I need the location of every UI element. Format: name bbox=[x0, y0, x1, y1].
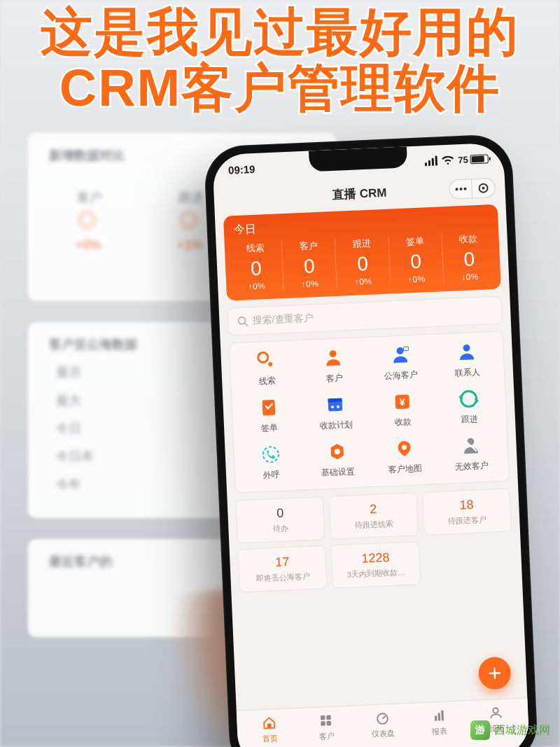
summary-cell-delta: ↑0% bbox=[337, 276, 390, 288]
app-item-label: 客户 bbox=[326, 372, 343, 385]
search-icon bbox=[237, 315, 248, 327]
settings-icon bbox=[326, 440, 348, 462]
miniapp-menu-button[interactable] bbox=[449, 179, 472, 198]
fab-add-button[interactable] bbox=[478, 657, 512, 690]
app-title: 直播 CRM bbox=[332, 184, 386, 202]
app-grid: 线索客户公海客户联系人签单收款计划¥收款跟进外呼基础设置客户地图无效客户 bbox=[229, 331, 510, 494]
todo-card[interactable]: 18待跟进客户 bbox=[422, 488, 512, 535]
app-item-follow[interactable]: 跟进 bbox=[435, 387, 504, 427]
svg-point-5 bbox=[396, 347, 403, 354]
svg-rect-25 bbox=[326, 715, 331, 720]
search-input[interactable]: 搜索/查重客户 bbox=[227, 296, 503, 336]
app-item-label: 签单 bbox=[261, 422, 279, 435]
app-item-invalid[interactable]: 无效客户 bbox=[437, 434, 505, 474]
tab-report[interactable]: 报表 bbox=[410, 706, 468, 744]
summary-cell-label: 签单 bbox=[388, 234, 442, 249]
todo-label: 即将丢公海客户 bbox=[244, 571, 322, 585]
battery-indicator: 75 bbox=[458, 153, 489, 165]
summary-cell-label: 跟进 bbox=[335, 237, 388, 251]
summary-cell-签单[interactable]: 签单0↑0% bbox=[388, 234, 443, 285]
summary-cell-label: 收款 bbox=[442, 232, 495, 246]
app-item-outcall[interactable]: 外呼 bbox=[237, 442, 305, 482]
home-tab-icon bbox=[261, 715, 277, 731]
summary-cell-收款[interactable]: 收款0↓0% bbox=[441, 232, 496, 283]
status-time: 09:19 bbox=[228, 162, 255, 176]
svg-line-1 bbox=[245, 323, 248, 326]
summary-cell-delta: ↑0% bbox=[390, 273, 443, 285]
svg-rect-29 bbox=[435, 715, 438, 720]
svg-point-2 bbox=[258, 352, 268, 363]
todo-card[interactable]: 17即将丢公海客户 bbox=[238, 545, 328, 592]
app-item-pay[interactable]: ¥收款 bbox=[368, 390, 437, 430]
summary-cell-delta: ↑0% bbox=[284, 278, 337, 290]
summary-cell-delta: ↑0% bbox=[230, 280, 284, 292]
app-item-label: 外呼 bbox=[263, 469, 281, 482]
svg-point-17 bbox=[262, 447, 279, 463]
svg-text:¥: ¥ bbox=[399, 396, 405, 407]
app-item-contacts[interactable]: 联系人 bbox=[433, 340, 502, 380]
app-item-label: 收款计划 bbox=[319, 419, 354, 432]
summary-cell-value: 0 bbox=[336, 252, 390, 277]
todo-card[interactable]: 12283天内到期收款… bbox=[331, 541, 421, 588]
app-item-label: 线索 bbox=[259, 375, 276, 388]
svg-rect-11 bbox=[328, 398, 342, 403]
tab-label: 仪表盘 bbox=[372, 728, 396, 739]
bg-col1-delta: +0% bbox=[76, 238, 102, 253]
miniapp-close-button[interactable] bbox=[472, 179, 495, 197]
customer-tab-icon bbox=[318, 713, 334, 729]
app-item-sea-customer[interactable]: 公海客户 bbox=[366, 343, 435, 383]
svg-rect-27 bbox=[327, 721, 332, 726]
summary-cell-label: 客户 bbox=[282, 239, 335, 253]
app-item-label: 无效客户 bbox=[455, 460, 489, 473]
tab-customer[interactable]: 客户 bbox=[298, 711, 356, 747]
me-tab-icon bbox=[487, 705, 503, 721]
app-item-leads[interactable]: 线索 bbox=[232, 349, 301, 389]
bg-col1: 客户 bbox=[77, 189, 102, 206]
summary-cell-线索[interactable]: 线索0↑0% bbox=[229, 241, 284, 292]
headline-text: 这是我见过最好用的 CRM客户管理软件 bbox=[41, 3, 519, 117]
svg-rect-31 bbox=[441, 711, 444, 721]
todo-label: 待跟进线索 bbox=[335, 517, 413, 531]
svg-rect-23 bbox=[267, 723, 272, 728]
today-summary-card[interactable]: 今日 线索0↑0%客户0↑0%跟进0↑0%签单0↑0%收款0↓0% bbox=[223, 204, 501, 301]
summary-cell-跟进[interactable]: 跟进0↑0% bbox=[335, 237, 390, 288]
app-item-label: 基础设置 bbox=[321, 466, 356, 479]
app-item-label: 跟进 bbox=[461, 413, 479, 426]
app-item-pay-plan[interactable]: 收款计划 bbox=[302, 393, 370, 433]
battery-percent: 75 bbox=[458, 154, 468, 165]
todo-card[interactable]: 2待跟进线索 bbox=[329, 492, 419, 539]
svg-point-7 bbox=[463, 344, 470, 351]
tab-home[interactable]: 首页 bbox=[241, 714, 299, 747]
summary-cell-delta: ↓0% bbox=[444, 271, 497, 283]
customer-icon bbox=[323, 347, 344, 369]
watermark-logo-icon: 游 bbox=[470, 720, 490, 740]
contacts-icon bbox=[456, 341, 477, 363]
app-item-settings[interactable]: 基础设置 bbox=[304, 440, 372, 480]
cust-map-icon bbox=[393, 438, 415, 459]
tab-label: 报表 bbox=[432, 726, 448, 737]
app-item-customer[interactable]: 客户 bbox=[300, 346, 368, 386]
summary-cell-客户[interactable]: 客户0↑0% bbox=[281, 239, 337, 290]
todo-cards: 0待办2待跟进线索18待跟进客户17即将丢公海客户12283天内到期收款… bbox=[236, 488, 514, 592]
headline-overlay: 这是我见过最好用的 CRM客户管理软件 bbox=[0, 0, 560, 116]
sea-customer-icon bbox=[389, 344, 411, 365]
todo-value: 17 bbox=[243, 553, 321, 571]
bg-section1-title: 新增数据对比 bbox=[49, 147, 125, 164]
follow-icon bbox=[458, 388, 479, 410]
dashboard-tab-icon bbox=[374, 710, 391, 726]
todo-card[interactable]: 0待办 bbox=[236, 496, 326, 543]
svg-point-32 bbox=[493, 708, 498, 713]
pay-plan-icon bbox=[324, 394, 346, 416]
sign-icon bbox=[258, 397, 279, 419]
tab-dashboard[interactable]: 仪表盘 bbox=[354, 709, 412, 747]
app-item-label: 客户地图 bbox=[388, 463, 422, 476]
plus-icon bbox=[486, 665, 503, 681]
bg-col2: 跟进 bbox=[178, 189, 204, 206]
leads-icon bbox=[255, 350, 277, 372]
app-item-sign[interactable]: 签单 bbox=[234, 396, 303, 435]
app-item-label: 收款 bbox=[394, 416, 412, 428]
summary-cell-value: 0 bbox=[230, 256, 284, 281]
todo-value: 18 bbox=[428, 496, 506, 515]
todo-label: 待办 bbox=[241, 522, 320, 536]
app-item-cust-map[interactable]: 客户地图 bbox=[370, 437, 439, 477]
